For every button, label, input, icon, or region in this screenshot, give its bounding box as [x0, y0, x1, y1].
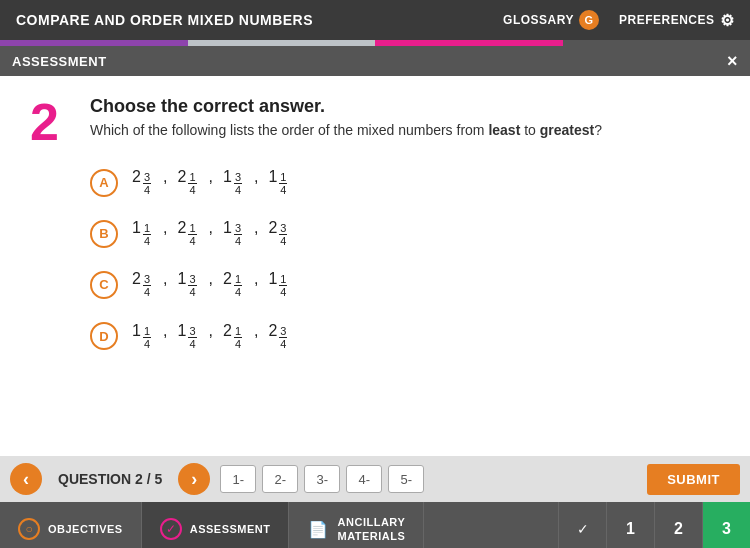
top-bar-actions: GLOSSARY G PREFERENCES ⚙: [503, 10, 734, 30]
mixed-a2: 214: [177, 168, 196, 197]
footer-right: ✓ 1 2 3: [558, 502, 750, 548]
mixed-c1: 234: [132, 270, 151, 299]
option-c-letter: C: [90, 271, 118, 299]
mixed-b1: 114: [132, 219, 151, 248]
assessment-panel: ASSESSMENT × 2 Choose the correct answer…: [0, 46, 750, 456]
footer-tabs: ○ OBJECTIVES ✓ ASSESSMENT 📄 ANCILLARYMAT…: [0, 502, 750, 548]
option-d-content: 114 , 134 , 214 , 234: [132, 322, 289, 351]
question-text: Choose the correct answer. Which of the …: [90, 96, 720, 138]
option-a[interactable]: A 234 , 214 , 134 , 114: [90, 168, 720, 197]
num-tab-1[interactable]: 1: [606, 502, 654, 548]
mixed-d2: 134: [177, 322, 196, 351]
num-tabs: ✓ 1 2 3: [558, 502, 750, 548]
question-instruction: Which of the following lists the order o…: [90, 122, 720, 138]
top-bar: COMPARE AND ORDER MIXED NUMBERS GLOSSARY…: [0, 0, 750, 40]
page-dot-3[interactable]: 3-: [304, 465, 340, 493]
page-dot-2[interactable]: 2-: [262, 465, 298, 493]
page-title: COMPARE AND ORDER MIXED NUMBERS: [16, 12, 313, 28]
tab-ancillary-label: ANCILLARYMATERIALS: [337, 515, 405, 544]
glossary-icon: G: [579, 10, 599, 30]
option-c-content: 234 , 134 , 214 , 114: [132, 270, 289, 299]
glossary-label: GLOSSARY: [503, 13, 574, 27]
option-a-letter: A: [90, 169, 118, 197]
check-icon: ✓: [577, 521, 589, 537]
mixed-d3: 214: [223, 322, 242, 351]
page-dot-5[interactable]: 5-: [388, 465, 424, 493]
option-b[interactable]: B 114 , 214 , 134 , 234: [90, 219, 720, 248]
assessment-header: ASSESSMENT ×: [0, 46, 750, 76]
preferences-button[interactable]: PREFERENCES ⚙: [619, 11, 734, 30]
submit-button[interactable]: SUBMIT: [647, 464, 740, 495]
mixed-b4: 234: [268, 219, 287, 248]
content-area: 2 Choose the correct answer. Which of th…: [0, 76, 750, 456]
option-b-letter: B: [90, 220, 118, 248]
tab-ancillary[interactable]: 📄 ANCILLARYMATERIALS: [289, 502, 424, 548]
page-dot-1[interactable]: 1-: [220, 465, 256, 493]
mixed-c3: 214: [223, 270, 242, 299]
bottom-nav: ‹ QUESTION 2 / 5 › 1- 2- 3- 4- 5- SUBMIT: [0, 456, 750, 502]
question-label: QUESTION 2 / 5: [58, 471, 162, 487]
preferences-label: PREFERENCES: [619, 13, 715, 27]
glossary-button[interactable]: GLOSSARY G: [503, 10, 599, 30]
question-header: 2 Choose the correct answer. Which of th…: [30, 96, 720, 148]
assessment-icon: ✓: [160, 518, 182, 540]
mixed-c2: 134: [177, 270, 196, 299]
tab-assessment-label: ASSESSMENT: [190, 523, 271, 535]
tab-assessment[interactable]: ✓ ASSESSMENT: [142, 502, 290, 548]
page-dots: 1- 2- 3- 4- 5-: [220, 465, 637, 493]
objectives-icon: ○: [18, 518, 40, 540]
option-c[interactable]: C 234 , 134 , 214 , 114: [90, 270, 720, 299]
question-prompt: Choose the correct answer.: [90, 96, 720, 117]
question-number: 2: [30, 96, 70, 148]
assessment-label: ASSESSMENT: [12, 54, 107, 69]
option-d-letter: D: [90, 322, 118, 350]
mixed-c4: 114: [268, 270, 287, 299]
ancillary-icon: 📄: [307, 518, 329, 540]
option-d[interactable]: D 114 , 134 , 214 , 234: [90, 322, 720, 351]
mixed-b2: 214: [177, 219, 196, 248]
option-a-content: 234 , 214 , 134 , 114: [132, 168, 289, 197]
tab-objectives[interactable]: ○ OBJECTIVES: [0, 502, 142, 548]
page-dot-4[interactable]: 4-: [346, 465, 382, 493]
mixed-a4: 114: [268, 168, 287, 197]
mixed-b3: 134: [223, 219, 242, 248]
options-list: A 234 , 214 , 134 , 114 B 114 , 214: [90, 168, 720, 351]
gear-icon: ⚙: [720, 11, 735, 30]
check-tab: ✓: [558, 502, 606, 548]
mixed-d1: 114: [132, 322, 151, 351]
mixed-a3: 134: [223, 168, 242, 197]
num-tab-2[interactable]: 2: [654, 502, 702, 548]
num-tab-3[interactable]: 3: [702, 502, 750, 548]
option-b-content: 114 , 214 , 134 , 234: [132, 219, 289, 248]
close-button[interactable]: ×: [727, 52, 738, 70]
mixed-d4: 234: [268, 322, 287, 351]
next-button[interactable]: ›: [178, 463, 210, 495]
prev-button[interactable]: ‹: [10, 463, 42, 495]
mixed-a1: 234: [132, 168, 151, 197]
tab-objectives-label: OBJECTIVES: [48, 523, 123, 535]
